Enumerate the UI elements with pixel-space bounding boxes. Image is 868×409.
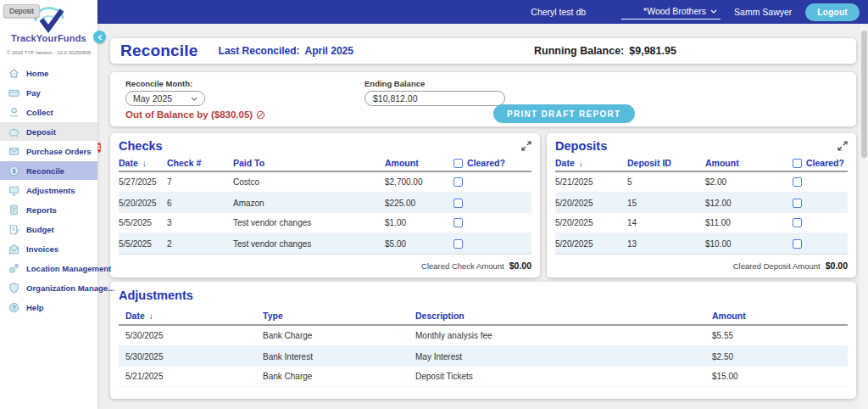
check-amount: $5.00: [385, 239, 453, 249]
adjustments-table-row: 5/30/2025 Bank Charge Monthly analysis f…: [119, 326, 848, 346]
logout-button[interactable]: Logout: [805, 3, 860, 21]
sidebar-item-label: Reconcile: [26, 166, 64, 176]
deposit-cleared-checkbox[interactable]: [793, 218, 802, 227]
deposit-date: 5/20/2025: [555, 199, 627, 208]
adjustment-amount: $15.00: [712, 372, 848, 381]
database-name: Cheryl test db: [531, 7, 586, 17]
sidebar-item-home[interactable]: Home: [0, 64, 97, 82]
deposits-title: Deposits: [555, 139, 607, 153]
adjustment-type: Bank Charge: [263, 372, 415, 381]
deposits-table-row: 5/20/2025 14 $11.00: [555, 213, 848, 233]
chevron-left-icon: [97, 34, 103, 41]
sidebar-item-collect[interactable]: Collect: [0, 103, 97, 121]
deposit-icon: [8, 126, 20, 138]
deposit-date: 5/20/2025: [555, 218, 627, 227]
print-draft-report-button[interactable]: PRINT DRAFT REPORT: [493, 104, 635, 123]
page-header-card: Reconcile Last Reconciled: April 2025 Ru…: [110, 38, 856, 64]
deposit-cleared-checkbox[interactable]: [793, 177, 802, 187]
sidebar-item-organization-manage[interactable]: Organization Manage...: [0, 278, 97, 297]
sidebar-item-label: Budget: [26, 225, 54, 234]
checks-col-cleared: Cleared?: [453, 158, 531, 168]
checks-col-amount: Amount: [385, 158, 453, 168]
deposits-cleared-all-checkbox[interactable]: [793, 159, 802, 168]
sidebar-item-budget[interactable]: Budget: [0, 220, 97, 238]
deposits-sort-date[interactable]: Date ↓: [555, 158, 627, 168]
deposits-col-id: Deposit ID: [627, 158, 705, 168]
warning-circle-icon: [256, 110, 265, 120]
last-reconciled: Last Reconciled: April 2025: [219, 45, 353, 57]
check-date: 5/20/2025: [119, 199, 167, 208]
sidebar-item-adjustments[interactable]: Adjustments: [0, 181, 97, 199]
reconcile-icon: $: [8, 165, 20, 177]
deposit-cleared-checkbox[interactable]: [793, 199, 802, 208]
deposit-tooltip: Deposit: [3, 4, 40, 18]
reconcile-month-select[interactable]: May 2025: [125, 91, 205, 106]
deposits-table-row: 5/20/2025 15 $12.00: [555, 193, 848, 213]
checks-table-row: 5/5/2025 2 Test vendor changes $5.00: [119, 233, 531, 254]
deposits-table-row: 5/20/2025 13 $10.00: [555, 233, 848, 254]
svg-text:?: ?: [12, 304, 16, 311]
adjustments-card: Adjustments Date ↓ Type Description Amou…: [110, 282, 856, 399]
sidebar-item-help[interactable]: ? Help: [0, 298, 97, 317]
organization-selector[interactable]: *Wood Brothers: [621, 4, 721, 20]
check-cleared-checkbox[interactable]: [453, 199, 463, 208]
check-number: 2: [167, 239, 233, 249]
cleared-check-amount-label: Cleared Check Amount: [421, 261, 504, 271]
vertical-scrollbar: [860, 25, 868, 409]
sidebar-item-reconcile[interactable]: $ Reconcile: [0, 161, 97, 180]
checks-cleared-all-checkbox[interactable]: [453, 159, 463, 168]
budget-icon: [8, 223, 20, 236]
expand-icon[interactable]: [521, 141, 531, 151]
cleared-deposit-amount-label: Cleared Deposit Amount: [733, 261, 821, 271]
reconcile-month-label: Reconcile Month:: [125, 79, 205, 88]
sidebar-item-location-management[interactable]: Location Management: [0, 259, 97, 277]
check-cleared-checkbox[interactable]: [453, 239, 463, 249]
check-date: 5/27/2025: [119, 177, 167, 187]
reconcile-month-group: Reconcile Month: May 2025: [125, 79, 205, 106]
adjustments-table-row: 5/21/2025 Bank Charge Deposit Tickets $1…: [119, 367, 848, 387]
topbar: Cheryl test db *Wood Brothers Samm Sawye…: [97, 0, 868, 24]
adjustment-amount: $5.55: [712, 331, 848, 340]
adjustments-sort-date[interactable]: Date ↓: [125, 311, 263, 321]
check-cleared-checkbox[interactable]: [453, 177, 463, 187]
checks-footer: Cleared Check Amount $0.00: [119, 254, 531, 271]
checks-table-row: 5/5/2025 3 Test vendor changes $1.00: [119, 213, 531, 233]
scrollbar-thumb[interactable]: [861, 31, 867, 158]
sidebar: TrackYourFunds © 2025 TYF Version - 10.0…: [0, 0, 97, 409]
adjustment-type: Bank Interest: [263, 352, 415, 361]
sidebar-item-pay[interactable]: Pay: [0, 83, 97, 102]
checks-sort-date[interactable]: Date ↓: [119, 158, 167, 168]
adjustments-titlebar: Adjustments: [119, 289, 848, 302]
check-cleared-checkbox[interactable]: [453, 218, 463, 227]
check-amount: $2,700.00: [385, 177, 453, 187]
chevron-down-icon: [191, 97, 198, 101]
sidebar-item-reports[interactable]: Reports: [0, 200, 97, 219]
sidebar-collapse-button[interactable]: [93, 31, 106, 43]
checks-table-header: Date ↓ Check # Paid To Amount Cleared?: [119, 155, 531, 172]
ending-balance-label: Ending Balance: [364, 79, 505, 88]
notification-badge: 1: [97, 143, 101, 153]
running-balance-label: Running Balance:: [534, 45, 624, 57]
sidebar-item-purchase-orders[interactable]: Purchase Orders 1: [0, 142, 97, 160]
checks-col-paid-to: Paid To: [233, 158, 385, 168]
version-text: © 2025 TYF Version - 10.0 20250605: [0, 50, 97, 55]
sidebar-item-deposit[interactable]: Deposit: [0, 122, 97, 141]
deposits-table-body: 5/21/2025 5 $2.00 5/20/2025 15 $12.00 5/…: [555, 172, 848, 254]
deposits-table-header: Date ↓ Deposit ID Amount Cleared?: [555, 155, 848, 172]
deposit-cleared-checkbox[interactable]: [793, 239, 802, 249]
deposit-date: 5/20/2025: [555, 239, 627, 249]
adjustment-date: 5/30/2025: [125, 352, 263, 361]
deposits-titlebar: Deposits: [555, 139, 848, 153]
adjustment-description: Deposit Tickets: [415, 372, 712, 381]
user-name: Samm Sawyer: [734, 7, 792, 17]
sidebar-item-label: Organization Manage...: [26, 283, 114, 293]
reconcile-page: Deposit Cheryl test db *Wood Brothers Sa…: [0, 0, 868, 409]
adjustment-amount: $2.50: [712, 352, 848, 361]
checks-title: Checks: [119, 139, 163, 153]
collect-icon: [8, 106, 20, 119]
checks-table-body: 5/27/2025 7 Costco $2,700.00 5/20/2025 6…: [119, 172, 531, 254]
ending-balance-input[interactable]: [364, 91, 505, 106]
adjustments-col-type: Type: [263, 311, 415, 321]
expand-icon[interactable]: [837, 141, 848, 151]
sidebar-item-invoices[interactable]: Invoices: [0, 239, 97, 258]
